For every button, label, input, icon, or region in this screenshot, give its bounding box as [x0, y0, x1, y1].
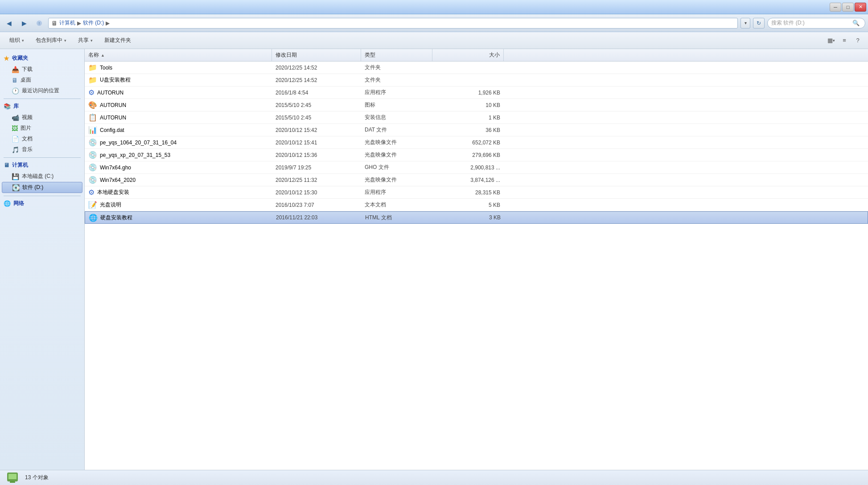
image-icon: 🖼 [12, 125, 18, 132]
sidebar-item-document[interactable]: 📄 文档 [2, 134, 82, 144]
sidebar-item-recent[interactable]: 🕐 最近访问的位置 [2, 86, 82, 96]
forward-button[interactable]: ▶ [18, 17, 30, 29]
sidebar-item-download[interactable]: 📥 下载 [2, 64, 82, 74]
col-type-label: 类型 [365, 51, 375, 59]
address-dropdown[interactable]: ▾ [740, 18, 750, 29]
sidebar-music-label: 音乐 [22, 146, 33, 153]
file-type: 文件夹 [361, 64, 432, 71]
search-icon[interactable]: 🔍 [851, 18, 861, 29]
sidebar-network-section: 🌐 网络 [0, 198, 84, 209]
col-name-sort: ▲ [101, 53, 105, 58]
sidebar-computer-label: 计算机 [12, 161, 28, 169]
close-button[interactable]: ✕ [855, 3, 866, 12]
file-date: 2016/1/8 4:54 [272, 90, 361, 96]
file-type: 文件夹 [361, 76, 432, 84]
col-header-type[interactable]: 类型 [361, 49, 432, 61]
sidebar-computer-header[interactable]: 🖥 计算机 [0, 160, 84, 171]
sidebar-item-hdd-d[interactable]: 💽 软件 (D:) [2, 182, 82, 193]
organize-button[interactable]: 组织 ▾ [4, 34, 29, 47]
sidebar-divider-2 [4, 157, 81, 158]
organize-label: 组织 [9, 37, 20, 44]
details-icon: ≡ [843, 37, 846, 44]
file-type-icon: 💿 [88, 151, 97, 159]
file-type-icon: 📝 [88, 201, 97, 209]
sidebar-favorites-section: ★ 收藏夹 📥 下载 🖥 桌面 🕐 最近访问的位置 [0, 53, 84, 96]
table-row[interactable]: ⚙ AUTORUN 2016/1/8 4:54 应用程序 1,926 KB [85, 86, 868, 99]
sidebar-item-image[interactable]: 🖼 图片 [2, 123, 82, 133]
table-row[interactable]: 📋 AUTORUN 2015/5/10 2:45 安装信息 1 KB [85, 111, 868, 124]
table-row[interactable]: 📁 Tools 2020/12/25 14:52 文件夹 [85, 62, 868, 74]
new-folder-button[interactable]: 新建文件夹 [99, 34, 136, 47]
file-date: 2020/10/12 15:36 [272, 152, 361, 158]
back-button[interactable]: ◀ [3, 17, 15, 29]
hdd-c-icon: 💾 [12, 173, 19, 180]
file-name: Win7x64.gho [100, 164, 131, 171]
col-name-label: 名称 [88, 51, 99, 59]
table-row[interactable]: 💿 Win7x64_2020 2020/12/25 11:32 光盘映像文件 3… [85, 174, 868, 186]
col-header-date[interactable]: 修改日期 [272, 49, 361, 61]
path-drive[interactable]: 软件 (D:) [83, 19, 104, 27]
table-row[interactable]: 🎨 AUTORUN 2015/5/10 2:45 图标 10 KB [85, 99, 868, 111]
view-arrow: ▾ [833, 38, 835, 43]
col-header-name[interactable]: 名称 ▲ [85, 49, 272, 61]
file-type: 光盘映像文件 [361, 176, 432, 184]
file-type-icon: 📁 [88, 76, 97, 84]
view-toggle-button[interactable]: ▦ ▾ [825, 35, 837, 46]
sidebar-network-header[interactable]: 🌐 网络 [0, 198, 84, 209]
table-row[interactable]: 📊 Config.dat 2020/10/12 15:42 DAT 文件 36 … [85, 124, 868, 136]
sidebar-item-desktop[interactable]: 🖥 桌面 [2, 75, 82, 85]
sidebar-library-header[interactable]: 📚 库 [0, 101, 84, 112]
svg-text:↑: ↑ [38, 21, 41, 26]
help-icon: ? [856, 37, 859, 44]
path-computer[interactable]: 计算机 [59, 19, 75, 27]
file-date: 2020/12/25 14:52 [272, 77, 361, 83]
organize-arrow: ▾ [22, 38, 24, 43]
include-button[interactable]: 包含到库中 ▾ [31, 34, 71, 47]
include-label: 包含到库中 [36, 37, 62, 44]
file-type-icon: 📋 [88, 113, 97, 122]
refresh-button[interactable]: ↻ [753, 18, 765, 29]
address-path[interactable]: 🖥 计算机 ▶ 软件 (D:) ▶ [48, 18, 738, 29]
sidebar: ★ 收藏夹 📥 下载 🖥 桌面 🕐 最近访问的位置 📚 库 [0, 49, 85, 470]
table-row[interactable]: 💿 pe_yqs_1064_20_07_31_16_04 2020/10/12 … [85, 136, 868, 149]
sidebar-item-music[interactable]: 🎵 音乐 [2, 144, 82, 155]
file-name: Win7x64_2020 [100, 177, 136, 183]
col-size-label: 大小 [489, 51, 500, 59]
title-bar-buttons: ─ □ ✕ [830, 3, 866, 12]
help-button[interactable]: ? [852, 35, 864, 46]
table-row[interactable]: ⚙ 本地硬盘安装 2020/10/12 15:30 应用程序 28,315 KB [85, 186, 868, 199]
table-row[interactable]: 📁 U盘安装教程 2020/12/25 14:52 文件夹 [85, 74, 868, 86]
file-type: 应用程序 [361, 189, 432, 196]
table-row[interactable]: 🌐 硬盘安装教程 2016/11/21 22:03 HTML 文档 3 KB [85, 211, 868, 224]
file-date: 2020/10/12 15:42 [272, 127, 361, 133]
details-view-button[interactable]: ≡ [839, 35, 850, 46]
table-row[interactable]: 💿 pe_yqs_xp_20_07_31_15_53 2020/10/12 15… [85, 149, 868, 161]
sidebar-favorites-header[interactable]: ★ 收藏夹 [0, 53, 84, 64]
file-size: 652,072 KB [432, 140, 504, 146]
file-name: AUTORUN [100, 115, 126, 121]
file-list[interactable]: 📁 Tools 2020/12/25 14:52 文件夹 📁 U盘安装教程 20… [85, 62, 868, 470]
sidebar-favorites-label: 收藏夹 [12, 54, 28, 62]
file-type-icon: 🌐 [89, 214, 98, 222]
file-date: 2020/10/12 15:41 [272, 140, 361, 146]
up-button[interactable]: ↑ [33, 17, 45, 29]
search-box[interactable]: 搜索 软件 (D:) 🔍 [767, 18, 865, 29]
file-date: 2015/5/10 2:45 [272, 115, 361, 121]
sidebar-item-video[interactable]: 📹 视频 [2, 112, 82, 123]
file-date: 2016/10/23 7:07 [272, 202, 361, 208]
col-header-size[interactable]: 大小 [432, 49, 504, 61]
video-icon: 📹 [12, 114, 19, 121]
file-type: GHO 文件 [361, 164, 432, 171]
sidebar-library-label: 库 [13, 103, 19, 110]
share-button[interactable]: 共享 ▾ [73, 34, 98, 47]
file-name: pe_yqs_xp_20_07_31_15_53 [100, 152, 170, 158]
file-name: AUTORUN [100, 102, 126, 108]
desktop-icon: 🖥 [12, 77, 18, 84]
maximize-button[interactable]: □ [842, 3, 854, 12]
svg-rect-3 [8, 474, 16, 479]
table-row[interactable]: 📝 光盘说明 2016/10/23 7:07 文本文档 5 KB [85, 199, 868, 211]
minimize-button[interactable]: ─ [830, 3, 841, 12]
table-row[interactable]: 💿 Win7x64.gho 2019/9/7 19:25 GHO 文件 2,90… [85, 161, 868, 174]
hdd-d-icon: 💽 [12, 184, 20, 191]
sidebar-item-hdd-c[interactable]: 💾 本地磁盘 (C:) [2, 171, 82, 181]
